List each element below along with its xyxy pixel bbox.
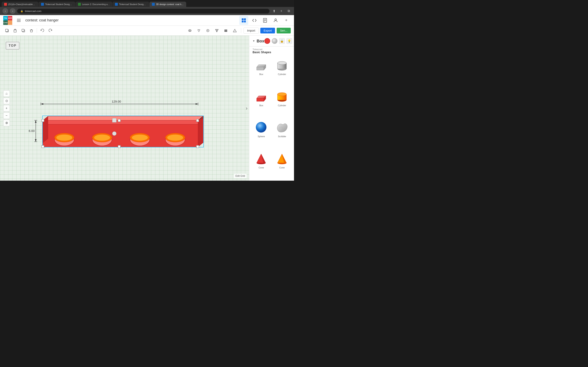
logo-box: TIN KER CAD: [3, 16, 12, 25]
shape-name-sphere: Sphere: [258, 135, 265, 138]
tab-bar: (S1)(In-Class)(Instruables Contest - Tin…: [0, 0, 294, 7]
shape-name-scribble: Scribble: [278, 135, 286, 138]
forward-button[interactable]: ›: [10, 8, 16, 14]
svg-rect-31: [224, 30, 227, 30]
svg-line-26: [200, 29, 200, 30]
shape-dropdown-arrow[interactable]: ▼: [252, 40, 255, 42]
trash-icon: [29, 29, 34, 33]
tab-3-label: Lesson 2: Documenting a Project : 7 Ste.…: [82, 3, 110, 6]
shape-preview-sphere: [254, 120, 268, 134]
svg-point-65: [167, 134, 183, 141]
svg-rect-3: [242, 18, 243, 20]
zoom-out-button[interactable]: −: [3, 112, 10, 119]
light-shape-button[interactable]: 💡: [286, 38, 292, 44]
browser-chrome: (S1)(In-Class)(Instruables Contest - Tin…: [0, 0, 294, 15]
new-tab-button[interactable]: +: [278, 8, 284, 14]
shape-preview-box-red: [254, 89, 268, 103]
shape-item-box-gray[interactable]: Box: [252, 56, 271, 86]
browser-tab-1[interactable]: (S1)(In-Class)(Instruables Contest - Tin…: [2, 2, 38, 7]
zoom-in-button[interactable]: +: [3, 105, 10, 111]
svg-point-94: [277, 92, 286, 96]
shape-item-sphere[interactable]: Sphere: [252, 118, 271, 148]
svg-line-25: [198, 29, 198, 30]
delete-button[interactable]: [28, 27, 35, 34]
library-header: Tinkercad Basic Shapes: [249, 47, 294, 55]
redo-button[interactable]: [47, 27, 54, 34]
svg-rect-15: [15, 29, 16, 30]
svg-rect-0: [17, 19, 21, 19]
profile-button[interactable]: [271, 16, 280, 25]
snap-button[interactable]: [204, 27, 212, 34]
shape-item-box-red[interactable]: Box: [252, 87, 271, 117]
lock-shape-button[interactable]: 🔒: [279, 38, 285, 44]
svg-point-59: [94, 134, 110, 141]
color-gray-dot[interactable]: [272, 38, 277, 44]
tab-4-label: Tinkercad Student Design Contest - Instr…: [119, 3, 147, 6]
svg-rect-2: [17, 21, 21, 22]
address-bar[interactable]: 🔒 tinkercad.com: [17, 9, 269, 13]
share-button[interactable]: ⬆: [271, 8, 277, 14]
duplicate-button[interactable]: [20, 27, 27, 34]
sphere-icon: [255, 121, 268, 133]
app-container: TIN KER CAD contest: coat hanger: [0, 15, 294, 181]
undo-button[interactable]: [39, 27, 46, 34]
menu-button[interactable]: [16, 17, 22, 24]
library-title-text: Basic Shapes: [252, 50, 291, 54]
tab-5-icon: [152, 3, 155, 6]
edit-grid-label[interactable]: Edit Grid: [234, 174, 247, 178]
svg-marker-41: [196, 103, 198, 105]
shape-item-cone-orange[interactable]: Cone: [273, 150, 292, 179]
home-button[interactable]: ⌂: [3, 90, 10, 97]
shape-preview-cylinder-gray: [275, 58, 289, 72]
send-button[interactable]: Sen...: [277, 28, 291, 33]
browser-tab-5[interactable]: 3D design contest: coat hanger | Tinkerc…: [149, 2, 186, 7]
navigate-right-arrow[interactable]: ›: [246, 105, 247, 111]
svg-marker-47: [35, 139, 36, 142]
top-view-label: TOP: [6, 42, 19, 50]
color-red-dot[interactable]: [264, 38, 270, 44]
import-button[interactable]: Import: [243, 27, 259, 34]
svg-point-56: [56, 134, 72, 141]
tab-5-label: 3D design contest: coat hanger | Tinkerc…: [156, 3, 184, 6]
shape-item-scribble[interactable]: Scribble: [273, 118, 292, 148]
svg-point-86: [277, 61, 286, 65]
browser-tab-4[interactable]: Tinkercad Student Design Contest - Instr…: [112, 2, 149, 7]
hamburger-icon: [17, 19, 21, 22]
zoom-controls: ⌂ ⊙ + − ⊕: [3, 90, 10, 126]
shape-item-cylinder-gray[interactable]: Cylinder: [273, 56, 292, 86]
browser-tab-3[interactable]: Lesson 2: Documenting a Project : 7 Ste.…: [76, 2, 112, 7]
svg-rect-17: [22, 29, 24, 31]
paste-button[interactable]: [11, 27, 19, 34]
fit-button[interactable]: ⊙: [3, 98, 10, 104]
paste-icon: [13, 29, 17, 33]
light-button[interactable]: [195, 27, 203, 34]
browser-actions: ⬆ + ⧉: [271, 8, 292, 14]
svg-marker-49: [43, 116, 203, 120]
measure-button[interactable]: [231, 27, 238, 34]
copy-button[interactable]: [3, 27, 11, 34]
copy-icon: [5, 29, 9, 33]
svg-marker-46: [35, 120, 36, 123]
align-button[interactable]: [222, 27, 229, 34]
canvas-area[interactable]: TOP ⌂ ⊙ + − ⊕ 129.00: [0, 36, 249, 181]
tab-2-icon: [41, 3, 44, 6]
back-button[interactable]: ‹: [2, 8, 8, 14]
grid-view-button[interactable]: [239, 16, 248, 25]
shape-item-cone-red[interactable]: Cone: [252, 150, 271, 179]
code-view-button[interactable]: [250, 16, 259, 25]
sidebar-button[interactable]: ⧉: [286, 8, 292, 14]
document-button[interactable]: [260, 16, 269, 25]
visibility-button[interactable]: [186, 27, 194, 34]
mirror-button[interactable]: [213, 27, 221, 34]
world-button[interactable]: ⊕: [3, 120, 10, 126]
svg-marker-76: [257, 67, 264, 70]
svg-rect-70: [42, 145, 44, 148]
shape-item-cylinder-orange[interactable]: Cylinder: [273, 87, 292, 117]
shape-preview-cone-orange: [275, 151, 289, 166]
export-button[interactable]: Export: [260, 28, 275, 33]
svg-rect-72: [118, 119, 121, 122]
add-button[interactable]: +: [282, 16, 291, 25]
cylinder-gray-icon: [276, 59, 289, 71]
browser-tab-2[interactable]: Tinkercad Student Design Contest - Instr…: [39, 2, 75, 7]
svg-marker-30: [217, 29, 218, 32]
